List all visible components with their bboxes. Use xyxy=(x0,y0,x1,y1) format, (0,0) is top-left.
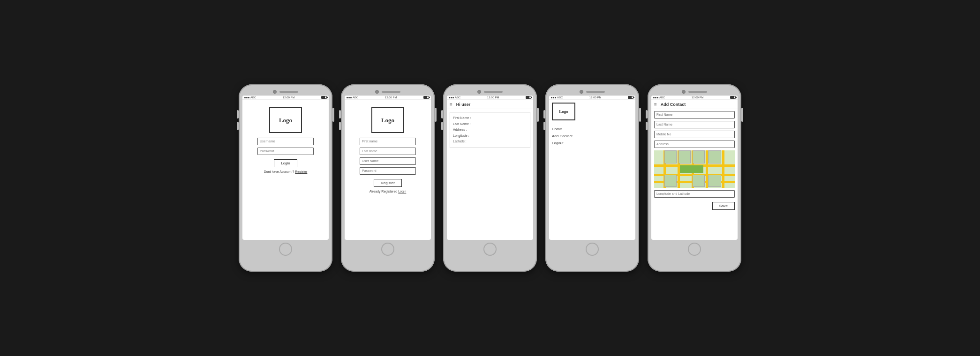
password-input[interactable] xyxy=(257,148,314,155)
side-btn-3 xyxy=(537,108,539,122)
status-bar-1: ABC 12:00 PM xyxy=(242,96,329,100)
field-address: Address : xyxy=(453,127,527,133)
login-logo: Logo xyxy=(269,107,302,133)
speaker-4 xyxy=(586,91,605,93)
camera-5 xyxy=(682,90,686,94)
add-lastname-input[interactable] xyxy=(654,121,735,128)
home-btn-2[interactable] xyxy=(381,243,394,256)
vol-btn-1b xyxy=(237,122,239,130)
home-btn-3[interactable] xyxy=(483,243,497,256)
status-bar-3: ABC 12:00 PM xyxy=(447,96,533,100)
lnglat-input[interactable] xyxy=(654,190,735,198)
password-reg-input[interactable] xyxy=(360,167,416,175)
phones-container: ABC 12:00 PM Logo Login Dont have Accoun… xyxy=(239,84,741,272)
contact-card: First Name : Last Name : Address : Longi… xyxy=(450,112,530,148)
speaker-2 xyxy=(382,91,400,93)
status-bar-4: ABC 12:00 PM xyxy=(549,96,635,100)
screen-login: ABC 12:00 PM Logo Login Dont have Accoun… xyxy=(242,96,329,240)
phone-login: ABC 12:00 PM Logo Login Dont have Accoun… xyxy=(239,84,332,272)
register-link[interactable]: Register xyxy=(295,170,307,173)
phone-top-3 xyxy=(447,88,533,95)
firstname-input[interactable] xyxy=(360,138,416,145)
register-content: Logo Register Already Registered Login xyxy=(345,100,431,238)
sidebar-item-logout[interactable]: Logout xyxy=(552,141,589,145)
map-view xyxy=(654,150,735,188)
sidebar-logo: Logo xyxy=(552,103,575,120)
login-prompt: Already Registered Login xyxy=(369,190,407,193)
home-btn-1[interactable] xyxy=(279,243,292,256)
screen-contact-detail: ABC 12:00 PM ≡ Hi user First Name : Last… xyxy=(447,96,533,240)
register-button[interactable]: Register xyxy=(374,179,402,187)
phone-sidebar: ABC 12:00 PM Logo Home Add Contact Logou… xyxy=(545,84,639,272)
battery-icon-2 xyxy=(423,96,429,99)
side-btn-5 xyxy=(741,108,743,122)
camera-3 xyxy=(477,90,481,94)
phone-top-1 xyxy=(242,88,329,95)
battery-icon-5 xyxy=(730,96,736,99)
field-longitude: Longitude : xyxy=(453,133,527,139)
login-content: Logo Login Dont have Account ? Register xyxy=(242,100,329,238)
camera-4 xyxy=(580,90,583,94)
vol-btn-1a xyxy=(237,110,239,119)
vol-btn-2b xyxy=(339,122,341,130)
vol-btn-3a xyxy=(441,110,443,119)
speaker-3 xyxy=(484,91,503,93)
side-btn-1 xyxy=(332,108,334,122)
sidebar-item-addcontact[interactable]: Add Contact xyxy=(552,134,589,138)
username-input[interactable] xyxy=(257,138,314,145)
main-panel-4 xyxy=(592,100,635,240)
hamburger-icon-5[interactable]: ≡ xyxy=(654,102,657,107)
speaker-1 xyxy=(279,91,298,93)
vol-btn-4b xyxy=(543,122,545,130)
home-btn-5[interactable] xyxy=(688,243,701,256)
screen-sidebar: ABC 12:00 PM Logo Home Add Contact Logou… xyxy=(549,96,635,240)
username-reg-input[interactable] xyxy=(360,157,416,165)
side-btn-4 xyxy=(639,108,641,122)
add-contact-content: Save xyxy=(651,109,738,212)
battery-icon-4 xyxy=(628,96,633,99)
register-prompt: Dont have Account ? Register xyxy=(264,170,308,173)
sidebar-layout: Logo Home Add Contact Logout xyxy=(549,100,635,240)
camera-2 xyxy=(375,90,379,94)
side-btn-2 xyxy=(435,108,437,122)
phone-register: ABC 12:00 PM Logo Register Already Regis… xyxy=(341,84,435,272)
vol-btn-2a xyxy=(339,110,341,119)
sidebar-panel: Logo Home Add Contact Logout xyxy=(549,100,592,240)
field-lastname: Last Name : xyxy=(453,121,527,127)
phone-contact-detail: ABC 12:00 PM ≡ Hi user First Name : Last… xyxy=(443,84,537,272)
home-btn-4[interactable] xyxy=(586,243,599,256)
save-button[interactable]: Save xyxy=(712,202,735,210)
battery-icon-1 xyxy=(321,96,327,99)
camera-1 xyxy=(273,90,277,94)
phone-add-contact: ABC 12:00 PM ≡ Add Contact xyxy=(648,84,741,272)
add-mobile-input[interactable] xyxy=(654,131,735,138)
screen-register: ABC 12:00 PM Logo Register Already Regis… xyxy=(345,96,431,240)
phone-top-2 xyxy=(345,88,431,95)
sidebar-item-home[interactable]: Home xyxy=(552,127,589,131)
vol-btn-5a xyxy=(646,110,648,119)
add-contact-title: Add Contact xyxy=(661,102,686,107)
phone-top-5 xyxy=(651,88,738,95)
add-address-input[interactable] xyxy=(654,141,735,148)
detail-title: Hi user xyxy=(456,102,471,107)
login-link[interactable]: Login xyxy=(398,190,406,193)
lastname-input[interactable] xyxy=(360,148,416,155)
battery-icon-3 xyxy=(526,96,531,99)
vol-btn-5b xyxy=(646,122,648,130)
field-firstname: First Name : xyxy=(453,115,527,121)
status-bar-2: ABC 12:00 PM xyxy=(345,96,431,100)
hamburger-icon-3[interactable]: ≡ xyxy=(450,102,452,107)
screen-add-contact: ABC 12:00 PM ≡ Add Contact xyxy=(651,96,738,240)
phone-top-4 xyxy=(549,88,635,95)
field-latitude: Latitude : xyxy=(453,139,527,145)
login-button[interactable]: Login xyxy=(274,159,297,167)
add-firstname-input[interactable] xyxy=(654,111,735,119)
status-bar-5: ABC 12:00 PM xyxy=(651,96,738,100)
add-contact-header: ≡ Add Contact xyxy=(651,100,738,109)
vol-btn-4a xyxy=(543,110,545,119)
register-logo: Logo xyxy=(371,107,404,133)
vol-btn-3b xyxy=(441,122,443,130)
detail-header: ≡ Hi user xyxy=(447,100,533,109)
speaker-5 xyxy=(688,91,707,93)
